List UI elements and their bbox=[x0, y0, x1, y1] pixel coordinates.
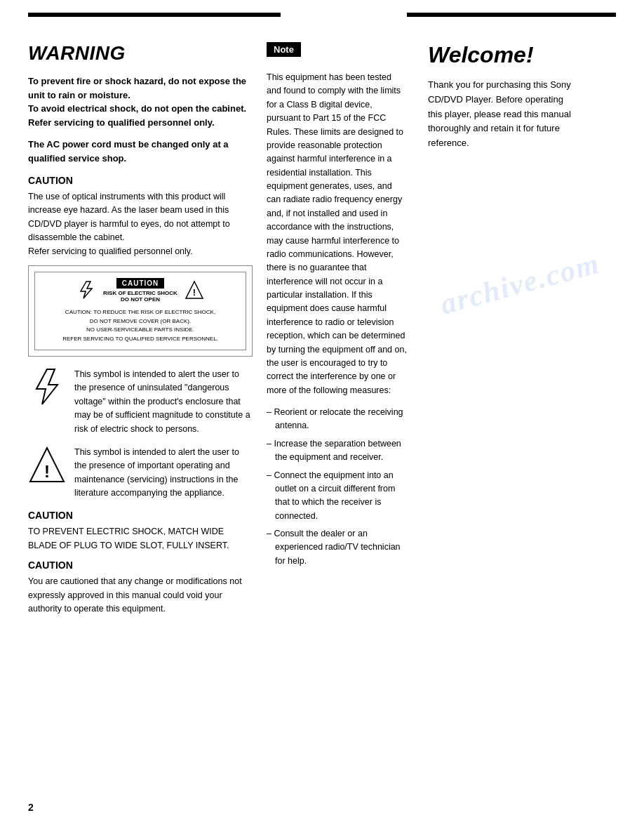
caution-box: CAUTION RISK OF ELECTRIC SHOCK DO NOT OP… bbox=[28, 265, 253, 357]
bullet-list: – Reorient or relocate the receiving ant… bbox=[267, 406, 407, 568]
caution-box-small-text: CAUTION: TO REDUCE THE RISK OF ELECTRIC … bbox=[62, 308, 218, 344]
lightning-symbol-icon bbox=[28, 368, 66, 406]
warning-ac-text: The AC power cord must be changed only a… bbox=[28, 138, 253, 165]
symbol1-text: This symbol is intended to alert the use… bbox=[74, 368, 253, 436]
symbol1-section: This symbol is intended to alert the use… bbox=[28, 368, 253, 436]
caution1-title: CAUTION bbox=[28, 175, 253, 186]
symbol2-text: This symbol is intended to alert the use… bbox=[74, 446, 253, 501]
caution2-title: CAUTION bbox=[28, 510, 253, 521]
exclamation-icon-right: ! bbox=[185, 280, 204, 300]
columns-container: WARNING To prevent fire or shock hazard,… bbox=[28, 42, 616, 623]
exclamation-symbol-icon: ! bbox=[28, 446, 66, 484]
welcome-text: Thank you for purchasing this Sony CD/DV… bbox=[428, 78, 575, 151]
caution3-text: You are cautioned that any change or mod… bbox=[28, 575, 253, 616]
middle-column: Note This equipment has been tested and … bbox=[267, 42, 421, 623]
bullet-item-3: – Connect the equipment into an outlet o… bbox=[267, 469, 407, 524]
bullet-item-2: – Increase the separation between the eq… bbox=[267, 437, 407, 465]
warning-fire-text: To prevent fire or shock hazard, do not … bbox=[28, 74, 253, 129]
bullet-item-1: – Reorient or relocate the receiving ant… bbox=[267, 406, 407, 433]
welcome-title: Welcome! bbox=[428, 42, 575, 68]
caution-box-line1: RISK OF ELECTRIC SHOCK bbox=[103, 290, 177, 296]
caution2-text: TO PREVENT ELECTRIC SHOCK, MATCH WIDE BL… bbox=[28, 525, 253, 552]
svg-marker-0 bbox=[81, 282, 92, 298]
warning-title: WARNING bbox=[28, 42, 253, 65]
svg-text:!: ! bbox=[193, 287, 196, 298]
bullet-item-4: – Consult the dealer or an experienced r… bbox=[267, 527, 407, 568]
caution1-text: The use of optical instruments with this… bbox=[28, 190, 253, 258]
note-label: Note bbox=[267, 42, 301, 57]
caution-box-line2: DO NOT OPEN bbox=[121, 296, 160, 303]
right-column: Welcome! Thank you for purchasing this S… bbox=[421, 42, 575, 623]
symbol2-section: ! This symbol is intended to alert the u… bbox=[28, 446, 253, 501]
caution-box-inner: CAUTION RISK OF ELECTRIC SHOCK DO NOT OP… bbox=[34, 272, 246, 350]
top-bar-left bbox=[28, 13, 281, 17]
svg-marker-3 bbox=[36, 369, 58, 404]
page-number: 2 bbox=[28, 802, 34, 813]
caution3-title: CAUTION bbox=[28, 560, 253, 571]
left-column: WARNING To prevent fire or shock hazard,… bbox=[28, 42, 267, 623]
caution-box-top: CAUTION RISK OF ELECTRIC SHOCK DO NOT OP… bbox=[76, 278, 204, 303]
note-text: This equipment has been tested and found… bbox=[267, 71, 407, 397]
page: archive.com WARNING To prevent fire or s… bbox=[0, 0, 644, 834]
svg-text:!: ! bbox=[44, 462, 50, 481]
top-bar-right bbox=[407, 13, 616, 17]
lightning-icon-left bbox=[76, 280, 96, 300]
caution-box-label: CAUTION bbox=[116, 278, 165, 289]
